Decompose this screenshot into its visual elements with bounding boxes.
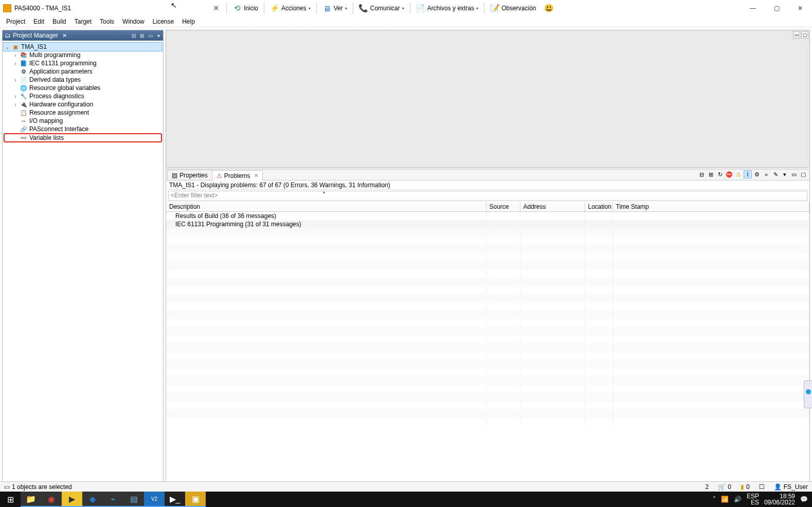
start-button[interactable]: ⊞ xyxy=(0,492,21,507)
taskbar-pas4000[interactable]: ▣ xyxy=(185,492,206,507)
taskbar-app2[interactable]: ◆ xyxy=(82,492,103,507)
panel-refresh-icon[interactable]: ↻ xyxy=(716,170,724,178)
expand-icon[interactable]: › xyxy=(13,61,18,66)
panel-clear-icon[interactable]: ✎ xyxy=(771,170,780,178)
maximize-button[interactable]: ▢ xyxy=(765,0,788,16)
tree-item[interactable]: ›📄Derived data types xyxy=(4,76,162,84)
teamviewer-side-tab[interactable] xyxy=(804,381,812,408)
project-manager-tab[interactable]: 🗂 Project Manager ✕ xyxy=(5,32,67,39)
taskbar-terminal[interactable]: ▶_ xyxy=(165,492,185,507)
problems-filter-input[interactable]: <Enter filter text> ▴ xyxy=(168,191,807,201)
cart-icon: 🛒 xyxy=(718,483,726,491)
menu-license[interactable]: License xyxy=(149,17,178,26)
minimize-button[interactable]: — xyxy=(741,0,765,16)
pm-minimize-icon[interactable]: ▭ xyxy=(147,33,154,39)
tree-item[interactable]: ›🔌Hardware configuration xyxy=(4,100,162,108)
project-tree[interactable]: ⌄ ▣ TMA_IS1 ›📚Multi programming›📘IEC 611… xyxy=(3,41,163,488)
tree-item[interactable]: ›📘IEC 61131 programming xyxy=(4,59,162,67)
tree-item[interactable]: 🌐Resource global variables xyxy=(4,84,162,92)
close-tab-icon[interactable]: ✕ xyxy=(254,173,258,178)
table-row[interactable]: Results of Build (36 of 36 messages) xyxy=(166,212,809,221)
tree-item-label: Derived data types xyxy=(29,76,81,83)
expand-icon[interactable]: › xyxy=(13,52,18,58)
taskbar-explorer[interactable]: 📁 xyxy=(21,492,41,507)
panel-max-icon[interactable]: ▢ xyxy=(799,170,807,178)
expand-icon[interactable]: › xyxy=(13,77,18,83)
panel-collapse-icon[interactable]: ⊟ xyxy=(697,170,706,178)
tree-root[interactable]: ⌄ ▣ TMA_IS1 xyxy=(4,43,162,51)
col-address[interactable]: Address xyxy=(520,202,585,212)
tree-item-label: Application parameters xyxy=(29,68,93,75)
menu-edit[interactable]: Edit xyxy=(29,17,48,26)
pm-menu-icon[interactable]: ▾ xyxy=(155,33,162,39)
panel-gear-icon[interactable]: ⚙ xyxy=(753,170,761,178)
pm-expand-all-icon[interactable]: ⊞ xyxy=(138,33,146,39)
col-description[interactable]: Description xyxy=(166,202,486,212)
tree-item[interactable]: ⚙Application parameters xyxy=(4,67,162,76)
close-button[interactable]: ✕ xyxy=(788,0,812,16)
archivos-button[interactable]: 📄Archivos y extras▾ xyxy=(412,1,482,16)
collapse-icon[interactable]: ⌄ xyxy=(5,44,10,50)
inicio-button[interactable]: ⟲Inicio xyxy=(229,1,262,16)
taskbar-vnc[interactable]: V2 xyxy=(144,492,165,507)
menu-help[interactable]: Help xyxy=(178,17,199,26)
problems-table[interactable]: Description Source Address Location Time… xyxy=(166,202,809,488)
windows-taskbar: ⊞ 📁 ◉ ▶ ◆ ⌁ ▤ V2 ▶_ ▣ ˄ 📶 🔊 ESPES 18:590… xyxy=(0,492,812,507)
tree-item[interactable]: 📋Resource assignment xyxy=(4,108,162,117)
separator xyxy=(410,3,410,14)
menu-tools[interactable]: Tools xyxy=(96,17,118,26)
filter-info-icon[interactable]: ℹ xyxy=(744,170,752,178)
tree-item[interactable]: 👓Variable lists xyxy=(4,133,162,142)
observacion-button[interactable]: 📝Observación xyxy=(486,1,539,16)
tree-item[interactable]: 🔗PASconnect Interface xyxy=(4,125,162,133)
acciones-button[interactable]: ⚡Acciones▾ xyxy=(266,1,314,16)
close-tab-icon[interactable]: ✕ xyxy=(62,32,67,39)
taskbar-app1[interactable]: ▶ xyxy=(62,492,82,507)
tree-item[interactable]: ↔I/O mapping xyxy=(4,117,162,125)
separator xyxy=(484,3,484,14)
expand-icon[interactable]: › xyxy=(13,102,18,107)
comunicar-button[interactable]: 📞Comunicar▾ xyxy=(355,1,408,16)
ver-button[interactable]: 🖥Ver▾ xyxy=(319,1,351,16)
panel-menu-icon[interactable]: ▾ xyxy=(781,170,789,178)
tree-item[interactable]: ›📚Multi programming xyxy=(4,51,162,59)
tray-chevron-icon[interactable]: ˄ xyxy=(713,496,716,503)
node-icon: 👓 xyxy=(20,134,27,141)
tray-notifications-icon[interactable]: 💬 xyxy=(800,496,808,503)
problems-tab[interactable]: ⚠ Problems ✕ xyxy=(212,170,263,180)
editor-max-icon[interactable]: ▢ xyxy=(801,31,808,39)
feedback-button[interactable]: 😃 xyxy=(541,1,557,16)
tray-wifi-icon[interactable]: 📶 xyxy=(721,496,729,503)
taskbar-vscode[interactable]: ⌁ xyxy=(103,492,123,507)
col-timestamp[interactable]: Time Stamp xyxy=(612,202,809,212)
tray-lang[interactable]: ESPES xyxy=(747,493,759,505)
node-icon: 📚 xyxy=(20,51,27,59)
menu-project[interactable]: Project xyxy=(2,17,29,26)
panel-expand-icon[interactable]: ⊞ xyxy=(707,170,715,178)
panel-next-icon[interactable]: » xyxy=(762,170,770,178)
col-location[interactable]: Location xyxy=(585,202,612,212)
taskbar-chrome[interactable]: ◉ xyxy=(41,492,62,507)
status-checkbox[interactable]: ☐ xyxy=(759,483,765,491)
tray-clock[interactable]: 18:5909/06/2022 xyxy=(764,493,795,505)
filter-warnings-icon[interactable]: ⚠ xyxy=(734,170,743,178)
tray-sound-icon[interactable]: 🔊 xyxy=(734,496,742,503)
editor-min-icon[interactable]: ▭ xyxy=(793,31,800,39)
menu-target[interactable]: Target xyxy=(70,17,96,26)
properties-tab[interactable]: ▤ Properties xyxy=(167,170,212,180)
col-source[interactable]: Source xyxy=(486,202,520,212)
pm-collapse-all-icon[interactable]: ⊟ xyxy=(130,33,137,39)
tree-item[interactable]: ›🔧Process diagnostics xyxy=(4,92,162,100)
node-icon: 📘 xyxy=(20,60,27,67)
table-row-empty xyxy=(166,368,809,376)
taskbar-app3[interactable]: ▤ xyxy=(123,492,144,507)
archivos-label: Archivos y extras xyxy=(427,5,474,12)
menu-build[interactable]: Build xyxy=(48,17,70,26)
menu-window[interactable]: Window xyxy=(118,17,149,26)
table-row[interactable]: IEC 61131 Programming (31 of 31 messages… xyxy=(166,220,809,228)
expand-icon[interactable]: › xyxy=(13,94,18,99)
panel-min-icon[interactable]: ▭ xyxy=(790,170,798,178)
toolbar-close-button[interactable]: ✕ xyxy=(208,1,224,16)
monitor-icon: 🖥 xyxy=(322,4,332,13)
filter-errors-icon[interactable]: ⛔ xyxy=(725,170,733,178)
